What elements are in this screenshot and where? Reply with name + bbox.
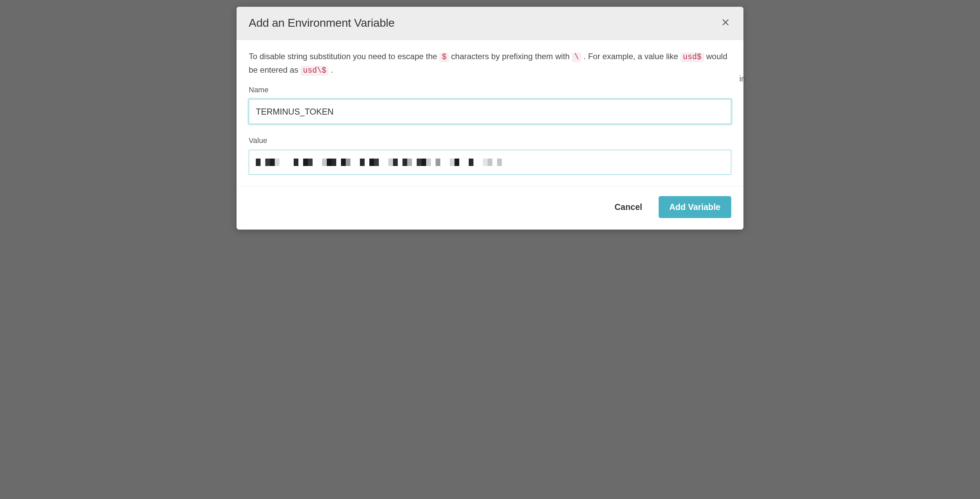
modal-title: Add an Environment Variable [249,16,395,29]
add-env-var-modal: Add an Environment Variable To disable s… [237,7,743,230]
help-text-segment: To disable string substitution you need … [249,52,439,61]
modal-header: Add an Environment Variable [237,7,743,40]
code-usd: usd$ [681,53,704,62]
help-text-segment: characters by prefixing them with [451,52,572,61]
help-text: To disable string substitution you need … [249,50,731,77]
code-dollar: $ [439,53,449,62]
close-icon [721,18,730,28]
value-field-group: Value [249,136,731,175]
help-text-segment: . [331,65,333,74]
name-field-group: Name [249,86,731,124]
name-label: Name [249,86,731,94]
close-button[interactable] [720,17,731,29]
help-text-segment: . For example, a value like [584,52,681,61]
name-input[interactable] [249,99,731,124]
obscured-value [256,158,502,166]
value-input[interactable] [249,150,731,175]
add-variable-button[interactable]: Add Variable [659,196,731,218]
code-usd-escaped: usd\$ [301,66,328,76]
cancel-button[interactable]: Cancel [613,199,644,215]
code-backslash: \ [572,53,581,62]
modal-footer: Cancel Add Variable [237,186,743,230]
value-label: Value [249,136,731,145]
modal-body: To disable string substitution you need … [237,40,743,186]
